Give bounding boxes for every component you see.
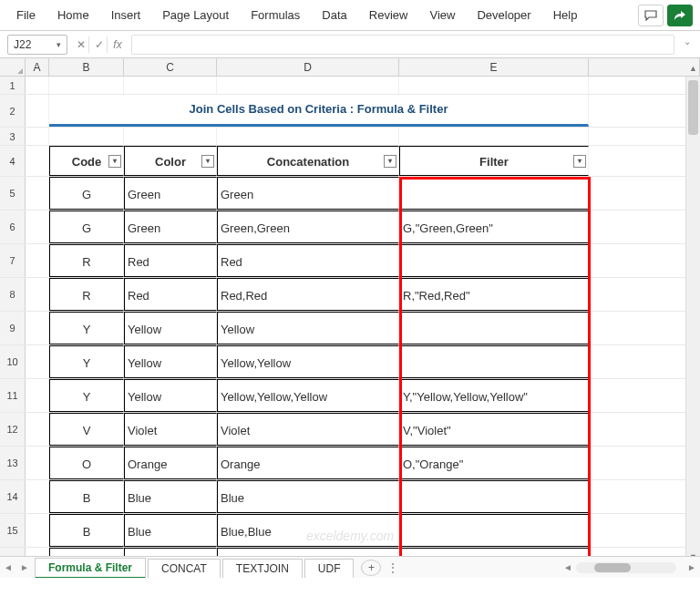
header-color[interactable]: Color ▾ xyxy=(124,146,217,176)
cell-code[interactable]: R xyxy=(49,244,124,277)
hscroll-thumb[interactable] xyxy=(594,563,631,572)
cell-color[interactable]: Blue xyxy=(124,480,217,513)
cancel-formula-icon[interactable]: ✕ xyxy=(73,36,89,53)
cell-color[interactable]: Yellow xyxy=(124,345,217,378)
tab-review[interactable]: Review xyxy=(360,3,417,27)
sheet-tab-concat[interactable]: CONCAT xyxy=(148,559,221,578)
col-header-a[interactable]: A xyxy=(26,58,49,76)
row-header[interactable]: 4 xyxy=(0,146,26,176)
cell-code[interactable]: Y xyxy=(49,345,124,378)
tab-formulas[interactable]: Formulas xyxy=(242,3,309,27)
cell-color[interactable]: Green xyxy=(124,177,217,210)
row-header[interactable]: 6 xyxy=(0,211,26,243)
cell-filter[interactable] xyxy=(399,312,589,344)
cell-filter[interactable] xyxy=(399,345,589,378)
row-header[interactable]: 13 xyxy=(0,447,26,479)
cell-filter[interactable] xyxy=(399,244,589,277)
col-header-b[interactable]: B xyxy=(49,58,124,76)
expand-formula-icon[interactable]: ⌄ xyxy=(684,36,691,46)
cell-concat[interactable]: Red xyxy=(217,244,399,277)
row-header[interactable]: 12 xyxy=(0,413,26,446)
cell-concat[interactable]: Blue xyxy=(217,480,399,513)
formula-input[interactable] xyxy=(131,35,674,55)
cell-filter[interactable] xyxy=(399,177,589,210)
sheet-tab-textjoin[interactable]: TEXTJOIN xyxy=(222,559,303,578)
row-header[interactable]: 11 xyxy=(0,379,26,412)
chevron-down-icon[interactable]: ▾ xyxy=(57,40,61,49)
cell-code[interactable]: Y xyxy=(49,379,124,412)
cell-code[interactable]: G xyxy=(49,177,124,210)
cell-filter[interactable]: Y,"Yellow,Yellow,Yellow" xyxy=(399,379,589,412)
header-filter[interactable]: Filter ▾ xyxy=(399,146,589,176)
hscroll-left-icon[interactable]: ◄ xyxy=(560,562,576,572)
cell-code[interactable]: B xyxy=(49,514,124,547)
scroll-up-icon[interactable]: ▲ xyxy=(686,64,700,77)
sheet-nav-next[interactable]: ► xyxy=(16,562,33,572)
cell-concat[interactable]: Green xyxy=(217,177,399,210)
cell-color[interactable]: Orange xyxy=(124,447,217,479)
cell-color[interactable]: Yellow xyxy=(124,312,217,344)
cell-concat[interactable]: Red,Red xyxy=(217,278,399,311)
tab-insert[interactable]: Insert xyxy=(102,3,150,27)
cell-filter[interactable] xyxy=(399,480,589,513)
scrollbar-thumb[interactable] xyxy=(688,80,698,135)
cell-code[interactable]: G xyxy=(49,211,124,243)
tab-home[interactable]: Home xyxy=(48,3,98,27)
row-header[interactable]: 7 xyxy=(0,244,26,277)
filter-button-concat[interactable]: ▾ xyxy=(384,155,396,168)
row-header[interactable]: 5 xyxy=(0,177,26,210)
sheet-tab-udf[interactable]: UDF xyxy=(304,559,355,578)
cell-concat[interactable]: Violet xyxy=(217,413,399,446)
cell-code[interactable]: V xyxy=(49,413,124,446)
col-header-d[interactable]: D xyxy=(217,58,399,76)
cell-filter[interactable]: G,"Green,Green" xyxy=(399,211,589,243)
sheet-overflow-icon[interactable]: ⋮ xyxy=(386,560,399,575)
cell-color[interactable]: Violet xyxy=(124,413,217,446)
row-header[interactable]: 3 xyxy=(0,128,26,145)
cell-concat[interactable]: Yellow,Yellow,Yellow xyxy=(217,379,399,412)
sheet-nav-prev[interactable]: ◄ xyxy=(0,562,16,572)
row-header[interactable]: 1 xyxy=(0,77,26,94)
cell-concat[interactable]: Yellow xyxy=(217,312,399,344)
row-header[interactable]: 9 xyxy=(0,312,26,344)
horizontal-scrollbar[interactable] xyxy=(576,562,676,573)
row-header[interactable]: 15 xyxy=(0,514,26,547)
accept-formula-icon[interactable]: ✓ xyxy=(91,36,108,53)
cell-concat[interactable]: Blue,Blue xyxy=(217,514,399,547)
cell-filter[interactable] xyxy=(399,514,589,547)
col-header-c[interactable]: C xyxy=(124,58,217,76)
vertical-scrollbar[interactable]: ▲ ▼ xyxy=(685,77,700,556)
new-sheet-button[interactable]: + xyxy=(361,560,381,576)
cell-code[interactable]: O xyxy=(49,447,124,479)
hscroll-right-icon[interactable]: ► xyxy=(684,562,700,572)
cell-color[interactable]: Green xyxy=(124,211,217,243)
col-header-e[interactable]: E xyxy=(399,58,589,76)
cell-filter[interactable]: O,"Orange" xyxy=(399,447,589,479)
filter-button-code[interactable]: ▾ xyxy=(108,155,121,168)
filter-button-color[interactable]: ▾ xyxy=(201,155,214,168)
row-header[interactable]: 14 xyxy=(0,480,26,513)
select-all-corner[interactable] xyxy=(0,58,26,76)
cell-color[interactable]: Red xyxy=(124,278,217,311)
row-header[interactable]: 2 xyxy=(0,95,26,127)
tab-file[interactable]: File xyxy=(7,3,45,27)
cell-code[interactable]: R xyxy=(49,278,124,311)
share-button[interactable] xyxy=(667,5,693,26)
tab-data[interactable]: Data xyxy=(313,3,355,27)
cell-filter[interactable]: V,"Violet" xyxy=(399,413,589,446)
filter-button-filter[interactable]: ▾ xyxy=(573,155,586,168)
header-code[interactable]: Code ▾ xyxy=(49,146,124,176)
tab-help[interactable]: Help xyxy=(544,3,587,27)
sheet-tab-formula-filter[interactable]: Formula & Filter xyxy=(35,558,146,578)
cell-color[interactable]: Blue xyxy=(124,514,217,547)
header-concat[interactable]: Concatenation ▾ xyxy=(217,146,399,176)
tab-page-layout[interactable]: Page Layout xyxy=(153,3,238,27)
cell-color[interactable]: Red xyxy=(124,244,217,277)
cell-code[interactable]: Y xyxy=(49,312,124,344)
cell-code[interactable]: B xyxy=(49,480,124,513)
cell-filter[interactable]: R,"Red,Red" xyxy=(399,278,589,311)
comments-button[interactable] xyxy=(638,5,664,26)
fx-icon[interactable]: fx xyxy=(109,36,126,53)
cell-color[interactable]: Yellow xyxy=(124,379,217,412)
row-header[interactable]: 8 xyxy=(0,278,26,311)
